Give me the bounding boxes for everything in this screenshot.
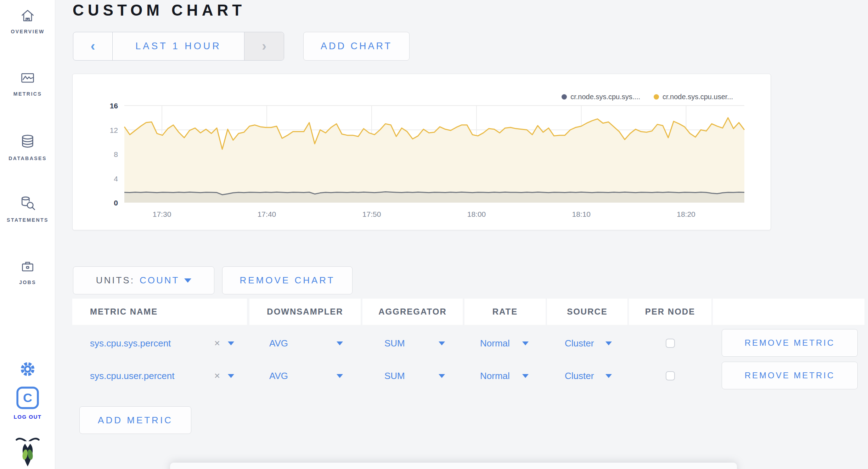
- metric-name-dropdown[interactable]: sys.cpu.user.percent ×: [72, 360, 247, 392]
- sidebar: OVERVIEW METRICS DATABASES STATEMENTS: [0, 0, 55, 469]
- rate-dropdown[interactable]: Normal: [464, 360, 546, 392]
- legend-dot-sys: [562, 94, 567, 100]
- rate-value: Normal: [480, 338, 510, 349]
- sidebar-item-metrics[interactable]: METRICS: [0, 70, 55, 97]
- source-dropdown[interactable]: Cluster: [547, 327, 627, 360]
- svg-text:18:10: 18:10: [572, 210, 591, 218]
- logout-button[interactable]: C LOG OUT: [0, 386, 55, 420]
- units-label: UNITS:: [96, 275, 135, 286]
- column-header-metric-name: METRIC NAME: [72, 299, 247, 325]
- metrics-table-header: METRIC NAME DOWNSAMPLER AGGREGATOR RATE …: [72, 299, 864, 325]
- sidebar-item-label: METRICS: [13, 91, 42, 97]
- clear-metric-icon[interactable]: ×: [214, 371, 220, 381]
- sidebar-item-label: DATABASES: [9, 156, 47, 161]
- sidebar-item-overview[interactable]: OVERVIEW: [0, 8, 55, 34]
- downsampler-value: AVG: [269, 338, 288, 349]
- remove-chart-button[interactable]: REMOVE CHART: [222, 266, 353, 294]
- sidebar-item-databases[interactable]: DATABASES: [0, 133, 55, 161]
- column-header-per-node: PER NODE: [629, 299, 711, 325]
- chevron-down-icon[interactable]: [228, 374, 234, 378]
- time-window-next-button[interactable]: ›: [244, 32, 284, 60]
- chevron-down-icon: [439, 374, 445, 378]
- per-node-cell: [629, 327, 711, 360]
- sidebar-item-jobs[interactable]: JOBS: [0, 259, 55, 285]
- time-window-selector: ‹ LAST 1 HOUR ›: [73, 32, 284, 61]
- logo-letter: C: [23, 391, 32, 405]
- rate-dropdown[interactable]: Normal: [464, 327, 546, 360]
- column-header-rate: RATE: [464, 299, 546, 325]
- metric-name-value[interactable]: sys.cpu.sys.percent: [90, 338, 171, 349]
- page-title: CUSTOM CHART: [73, 1, 246, 19]
- svg-text:4: 4: [114, 175, 118, 183]
- chevron-down-icon[interactable]: [228, 341, 234, 345]
- add-metric-button[interactable]: ADD METRIC: [79, 406, 191, 434]
- add-chart-button[interactable]: ADD CHART: [303, 32, 410, 61]
- svg-text:17:50: 17:50: [362, 210, 381, 218]
- remove-metric-button[interactable]: REMOVE METRIC: [722, 362, 858, 389]
- metric-name-dropdown[interactable]: sys.cpu.sys.percent ×: [72, 327, 247, 360]
- chevron-down-icon: [605, 374, 612, 378]
- remove-metric-button[interactable]: REMOVE METRIC: [722, 329, 858, 357]
- source-value: Cluster: [565, 371, 594, 382]
- clear-metric-icon[interactable]: ×: [214, 338, 220, 348]
- legend-item-user: cr.node.sys.cpu.user...: [654, 93, 733, 101]
- source-dropdown[interactable]: Cluster: [547, 360, 627, 392]
- per-node-checkbox[interactable]: [666, 371, 675, 380]
- svg-text:16: 16: [110, 102, 118, 110]
- column-header-aggregator: AGGREGATOR: [362, 299, 463, 325]
- aggregator-dropdown[interactable]: SUM: [362, 360, 463, 392]
- chevron-down-icon: [184, 278, 191, 283]
- home-icon: [19, 8, 36, 23]
- sidebar-item-label: STATEMENTS: [7, 217, 49, 223]
- units-value: COUNT: [140, 275, 179, 286]
- column-header-source: SOURCE: [547, 299, 627, 325]
- chevron-down-icon: [605, 341, 612, 345]
- svg-text:0: 0: [114, 199, 118, 207]
- actions-cell: REMOVE METRIC: [713, 360, 864, 392]
- legend-dot-user: [654, 94, 659, 100]
- settings-button[interactable]: [18, 359, 38, 380]
- chevron-down-icon: [522, 374, 529, 378]
- aggregator-value: SUM: [384, 338, 405, 349]
- svg-text:12: 12: [110, 126, 118, 134]
- metric-row: sys.cpu.sys.percent × AVG SUM Normal Clu…: [72, 327, 864, 360]
- downsampler-dropdown[interactable]: AVG: [249, 327, 361, 360]
- database-icon: [19, 133, 36, 150]
- chevron-down-icon: [337, 341, 343, 345]
- logout-label: LOG OUT: [0, 414, 55, 420]
- aggregator-dropdown[interactable]: SUM: [362, 327, 463, 360]
- svg-text:18:00: 18:00: [467, 210, 486, 218]
- chevron-down-icon: [522, 341, 529, 345]
- metric-row: sys.cpu.user.percent × AVG SUM Normal Cl…: [72, 360, 864, 392]
- svg-text:17:40: 17:40: [258, 210, 276, 218]
- cockroachdb-bug-logo: [16, 436, 40, 469]
- rate-value: Normal: [480, 371, 510, 382]
- cockroach-c-icon: C: [16, 386, 39, 409]
- downsampler-value: AVG: [269, 371, 288, 382]
- downsampler-dropdown[interactable]: AVG: [249, 360, 361, 392]
- custom-chart-card: cr.node.sys.cpu.sys.... cr.node.sys.cpu.…: [72, 74, 771, 230]
- legend-item-sys: cr.node.sys.cpu.sys....: [562, 93, 640, 101]
- svg-text:18:20: 18:20: [677, 210, 695, 218]
- sidebar-item-statements[interactable]: STATEMENTS: [0, 195, 55, 223]
- svg-text:8: 8: [114, 150, 118, 158]
- chevron-down-icon: [337, 374, 343, 378]
- time-window-prev-button[interactable]: ‹: [73, 32, 113, 60]
- column-header-downsampler: DOWNSAMPLER: [249, 299, 361, 325]
- actions-cell: REMOVE METRIC: [713, 327, 864, 360]
- sidebar-item-label: OVERVIEW: [11, 29, 44, 34]
- units-dropdown[interactable]: UNITS: COUNT: [73, 266, 214, 294]
- chevron-right-icon: ›: [262, 39, 266, 54]
- time-window-label[interactable]: LAST 1 HOUR: [113, 32, 244, 60]
- metrics-icon: [19, 70, 36, 86]
- legend-label-sys: cr.node.sys.cpu.sys....: [570, 93, 640, 101]
- per-node-checkbox[interactable]: [666, 339, 675, 348]
- gear-icon: [18, 359, 38, 379]
- chevron-down-icon: [439, 341, 445, 345]
- per-node-cell: [629, 360, 711, 392]
- column-header-actions: [713, 299, 864, 325]
- next-chart-card-peek: [170, 463, 737, 469]
- aggregator-value: SUM: [384, 371, 405, 382]
- metric-name-value[interactable]: sys.cpu.user.percent: [90, 371, 174, 382]
- source-value: Cluster: [565, 338, 594, 349]
